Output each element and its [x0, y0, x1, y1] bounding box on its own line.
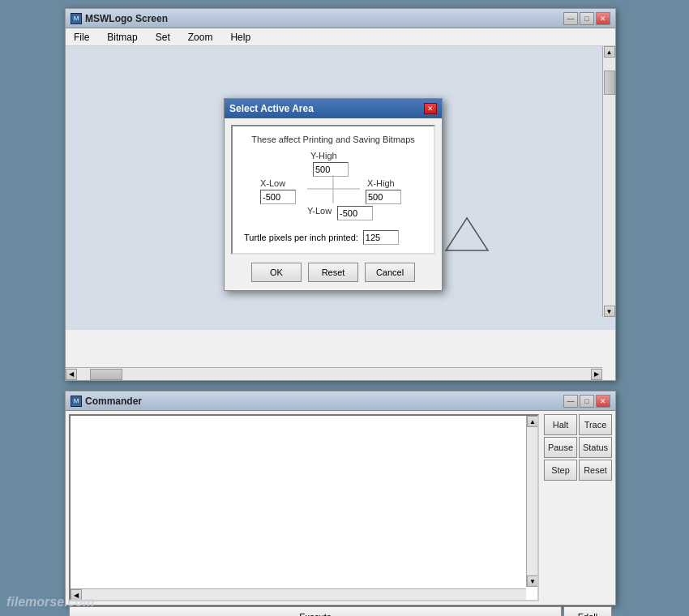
commander-maximize-btn[interactable]: □: [580, 395, 594, 408]
screen-maximize-btn[interactable]: □: [580, 12, 594, 25]
commander-window: M Commander — □ ✕ ▲ ▼ ◀ ▶ Halt Tr: [65, 391, 616, 605]
commander-title: Commander: [85, 396, 142, 407]
scroll-thumb-h[interactable]: [90, 369, 122, 380]
pixels-label: Turtle pixels per inch printed:: [244, 233, 358, 242]
commander-titlebar-left: M Commander: [71, 396, 142, 407]
commander-ctrl-buttons: Halt Trace Pause Status Step Reset: [542, 411, 615, 605]
pixels-row: Turtle pixels per inch printed:: [244, 230, 422, 245]
halt-btn[interactable]: Halt: [544, 414, 577, 435]
scroll-up-arrow[interactable]: ▲: [604, 46, 615, 58]
menu-bitmap[interactable]: Bitmap: [104, 30, 140, 45]
screen-minimize-btn[interactable]: —: [563, 12, 578, 25]
status-btn[interactable]: Status: [579, 437, 612, 458]
watermark: filemorse.com: [0, 595, 94, 610]
menubar: File Bitmap Set Zoom Help: [66, 28, 615, 46]
dialog-buttons: OK Reset Cancel: [225, 263, 442, 290]
coord-crosshairs: [307, 175, 360, 203]
dialog-reset-btn[interactable]: Reset: [308, 263, 358, 282]
commander-minimize-btn[interactable]: —: [563, 395, 578, 408]
menu-file[interactable]: File: [71, 30, 92, 45]
dialog-title: Select Active Area: [229, 103, 314, 114]
cmd-btn-row-3: Step Reset: [544, 460, 612, 481]
screen-scrollbar-v[interactable]: ▲ ▼: [602, 46, 615, 317]
dialog-info-text: These affect Printing and Saving Bitmaps: [244, 135, 422, 144]
screen-window-controls: — □ ✕: [563, 12, 610, 25]
dialog-titlebar: Select Active Area ✕: [225, 99, 442, 118]
x-high-label: X-High: [367, 178, 395, 188]
x-low-label: X-Low: [260, 178, 285, 188]
y-low-label: Y-Low: [307, 206, 332, 216]
x-high-input[interactable]: [366, 190, 401, 204]
cmd-btn-row-1: Halt Trace: [544, 414, 612, 435]
scroll-thumb-v[interactable]: [604, 71, 615, 95]
cmd-btn-row-2: Pause Status: [544, 437, 612, 458]
menu-zoom[interactable]: Zoom: [185, 30, 216, 45]
scroll-right-arrow[interactable]: ▶: [591, 369, 602, 380]
dialog-ok-btn[interactable]: OK: [251, 263, 302, 282]
x-low-input[interactable]: [260, 190, 296, 204]
commander-scroll-h[interactable]: ◀ ▶: [71, 588, 526, 600]
commander-window-controls: — □ ✕: [563, 395, 610, 408]
commander-body: ▲ ▼ ◀ ▶ Halt Trace Pause Status Step Res…: [66, 411, 615, 605]
screen-close-btn[interactable]: ✕: [596, 12, 610, 25]
msw-icon: M: [71, 13, 82, 24]
cmd-scroll-down[interactable]: ▼: [527, 575, 538, 587]
pixels-input[interactable]: [363, 230, 399, 245]
commander-output[interactable]: ▲ ▼ ◀ ▶: [69, 414, 539, 601]
scroll-down-arrow[interactable]: ▼: [604, 306, 615, 317]
screen-titlebar-left: M MSWLogo Screen: [71, 13, 168, 24]
commander-icon: M: [71, 396, 82, 407]
coord-grid: Y-High X-Low X-High Y-Low: [260, 151, 406, 224]
reset-btn[interactable]: Reset: [579, 460, 612, 481]
commander-scroll-v[interactable]: ▲ ▼: [526, 416, 537, 587]
scroll-left-arrow[interactable]: ◀: [66, 369, 77, 380]
execute-btn[interactable]: Execute: [69, 606, 562, 616]
screen-window: M MSWLogo Screen — □ ✕ File Bitmap Set Z…: [65, 8, 616, 381]
menu-set[interactable]: Set: [152, 30, 173, 45]
select-active-area-dialog: Select Active Area ✕ These affect Printi…: [224, 98, 443, 291]
commander-titlebar: M Commander — □ ✕: [66, 391, 615, 411]
screen-titlebar: M MSWLogo Screen — □ ✕: [66, 9, 615, 28]
dialog-cancel-btn[interactable]: Cancel: [365, 263, 415, 282]
commander-close-btn[interactable]: ✕: [596, 395, 610, 408]
cmd-scroll-up[interactable]: ▲: [527, 416, 538, 427]
menu-help[interactable]: Help: [227, 30, 254, 45]
dialog-body: These affect Printing and Saving Bitmaps…: [231, 125, 435, 255]
cmd-scroll-right[interactable]: ▶: [515, 601, 526, 601]
step-btn[interactable]: Step: [544, 460, 577, 481]
dialog-close-btn[interactable]: ✕: [424, 103, 437, 114]
pause-btn[interactable]: Pause: [544, 437, 577, 458]
y-low-input[interactable]: [337, 206, 373, 220]
screen-title: MSWLogo Screen: [85, 13, 168, 24]
screen-scrollbar-h[interactable]: ◀ ▶: [66, 367, 602, 380]
trace-btn[interactable]: Trace: [579, 414, 612, 435]
commander-bottom-bar: Execute Edall: [66, 605, 615, 616]
triangle-shape: [445, 216, 490, 253]
svg-marker-0: [446, 218, 488, 250]
y-high-label: Y-High: [310, 151, 337, 160]
edall-btn[interactable]: Edall: [563, 606, 612, 616]
